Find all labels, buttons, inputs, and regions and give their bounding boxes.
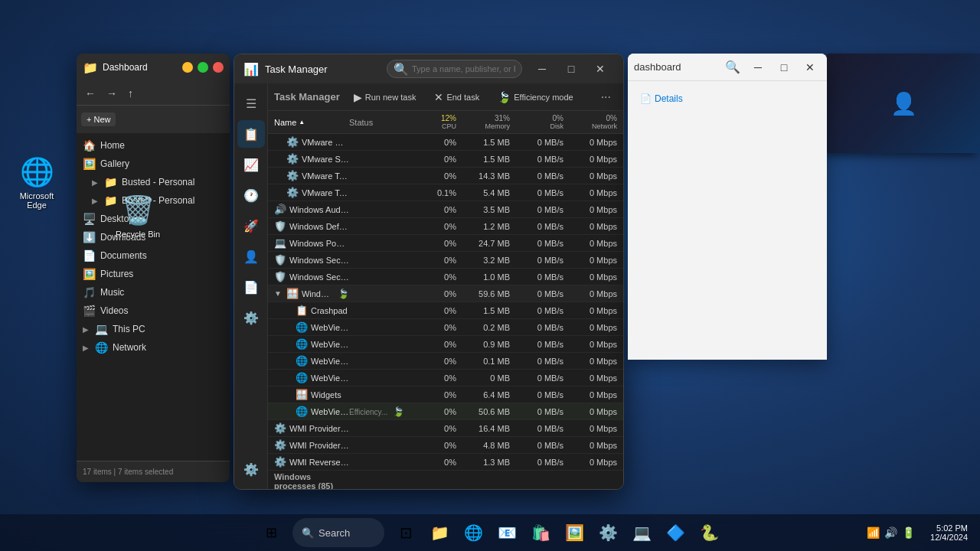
efficiency-mode-button[interactable]: 🍃 Efficiency mode (490, 88, 580, 106)
table-row[interactable]: ⚙️ VMware Tools Core Service 0% 14.3 MB … (268, 168, 623, 184)
sidebar-item-home[interactable]: 🏠 Home (77, 136, 230, 155)
taskbar-search[interactable]: 🔍 Search (292, 518, 384, 547)
recycle-bin-icon[interactable]: 🗑️ Recycle Bin (107, 191, 168, 242)
table-row[interactable]: ⚙️ VMware Guest Authentication... 0% 1.5… (268, 134, 623, 151)
network-value: 0 Mbps (564, 155, 617, 164)
ms-edge-desktop-icon[interactable]: 🌐 Microsoft Edge (6, 153, 67, 213)
table-row[interactable]: ▼ 🪟 Windows Widgets (7) 🍃 0% 59.6 MB 0 M… (268, 285, 623, 302)
sidebar-performance[interactable]: 📈 (237, 151, 265, 178)
table-row[interactable]: 🌐 WebView2 GPU Process 0% 0.2 MB 0 MB/s … (268, 319, 623, 336)
table-row[interactable]: 🌐 WebView2: Widgets Efficiency... 🍃 0% 5… (268, 403, 623, 420)
sidebar-item-gallery[interactable]: 🖼️ Gallery (77, 155, 230, 173)
disk-value: 0 MB/s (510, 138, 564, 147)
dashboard-search-button[interactable]: 🔍 (723, 57, 743, 77)
taskbar-photos[interactable]: 🖼️ (559, 517, 590, 548)
start-button[interactable]: ⊞ (256, 517, 286, 548)
sidebar-history[interactable]: 🕐 (237, 181, 265, 209)
sidebar-startup[interactable]: 🚀 (237, 212, 265, 240)
taskbar-file-explorer[interactable]: 📁 (424, 517, 455, 548)
table-row[interactable]: 🌐 WebView2 Utility: Networ... 0% 0.1 MB … (268, 353, 623, 370)
network-tray-icon[interactable]: 📶 (867, 527, 880, 539)
taskbar-python[interactable]: 🐍 (694, 517, 724, 548)
taskbar-mail[interactable]: 📧 (492, 517, 522, 548)
table-row[interactable]: ⚙️ WMI Provider Host 0% 4.8 MB 0 MB/s 0 … (268, 437, 623, 454)
more-options-button[interactable]: ··· (595, 87, 617, 107)
dashboard-details-item[interactable]: 📄 Details (637, 90, 818, 107)
table-row[interactable]: ⚙️ VMware SVGA Helper Service (... 0% 1.… (268, 151, 623, 168)
table-row[interactable]: 🔊 Windows Audio Device Graph ... 0% 3.5 … (268, 201, 623, 218)
taskbar-edge[interactable]: 🌐 (458, 517, 488, 548)
search-input[interactable] (412, 64, 515, 73)
close-button[interactable]: ✕ (586, 58, 614, 80)
task-manager-search[interactable]: 🔍 (387, 60, 522, 78)
back-button[interactable]: ← (81, 85, 100, 102)
details-button[interactable]: 📄 Details (640, 93, 683, 104)
sidebar-hamburger[interactable]: ☰ (237, 90, 265, 117)
table-row[interactable]: 🛡️ Windows Defender SmartScreen 0% 1.2 M… (268, 218, 623, 235)
new-button[interactable]: + New (81, 112, 116, 126)
minimize-button[interactable]: ─ (528, 58, 556, 80)
end-task-button[interactable]: ✕ End task (426, 88, 487, 106)
table-row[interactable]: ⚙️ WMI Provider Host 0% 16.4 MB 0 MB/s 0… (268, 420, 623, 437)
table-row[interactable]: 🌐 WebView2 Utility: Storage... 0% 0 MB 0… (268, 370, 623, 386)
table-row[interactable]: 🪟 Widgets 0% 6.4 MB 0 MB/s 0 Mbps (268, 386, 623, 403)
dashboard-maximize[interactable]: □ (773, 57, 795, 78)
table-row[interactable]: ⚙️ WMI Reverse Performance Ad... 0% 1.3 … (268, 454, 623, 471)
taskbar-task-view[interactable]: ⊡ (390, 517, 421, 548)
dashboard-minimize[interactable]: ─ (747, 57, 769, 78)
file-explorer-minimize[interactable] (182, 62, 193, 73)
taskbar-terminal[interactable]: 💻 (626, 517, 657, 548)
forward-button[interactable]: → (103, 85, 121, 102)
disk-column-header[interactable]: 0% Disk (510, 114, 564, 130)
memory-column-header[interactable]: 31% Memory (456, 114, 510, 130)
memory-value: 50.6 MB (456, 407, 510, 416)
table-row[interactable]: ⚙️ VMware Tools Core Service 0.1% 5.4 MB… (268, 184, 623, 201)
maximize-button[interactable]: □ (557, 58, 585, 80)
disk-value: 0 MB/s (510, 407, 564, 416)
taskbar-settings[interactable]: ⚙️ (593, 517, 623, 548)
sidebar-settings[interactable]: ⚙️ (237, 455, 265, 483)
table-row[interactable]: 📋 Crashpad 0% 1.5 MB 0 MB/s 0 Mbps (268, 302, 623, 319)
process-name: 💻 Windows PowerShell (274, 237, 349, 249)
disk-value: 0 MB/s (510, 340, 564, 349)
new-icon: + (87, 115, 91, 124)
sidebar-processes[interactable]: 📋 (237, 120, 265, 148)
sidebar-services[interactable]: ⚙️ (237, 304, 265, 331)
up-button[interactable]: ↑ (124, 85, 137, 102)
sidebar-item-pictures[interactable]: 🖼️ Pictures (77, 265, 230, 283)
file-explorer-maximize[interactable] (198, 62, 208, 73)
expand-button[interactable]: ▼ (274, 289, 282, 298)
table-row[interactable]: 💻 Windows PowerShell 0% 24.7 MB 0 MB/s 0… (268, 235, 623, 252)
sidebar-item-this-pc[interactable]: ▶ 💻 This PC (77, 320, 230, 338)
taskbar-clock[interactable]: 5:02 PM 12/4/2024 (924, 523, 974, 542)
taskbar-powershell[interactable]: 🔷 (660, 517, 691, 548)
sidebar-item-videos[interactable]: 🎬 Videos (77, 302, 230, 320)
network-value: 0 Mbps (564, 289, 617, 298)
status-column-header[interactable]: Status (349, 114, 410, 130)
sidebar-item-busted1[interactable]: ▶ 📁 Busted - Personal (77, 173, 230, 191)
file-explorer-close[interactable] (213, 62, 224, 73)
sidebar-details[interactable]: 📄 (237, 273, 265, 301)
table-row[interactable]: 🛡️ Windows Security notification... 0% 1… (268, 269, 623, 285)
network-column-header[interactable]: 0% Network (564, 114, 617, 130)
volume-tray-icon[interactable]: 🔊 (884, 527, 897, 539)
table-row[interactable]: 🌐 WebView2 Manager 0% 0.9 MB 0 MB/s 0 Mb… (268, 336, 623, 353)
network-value: 0 Mbps (564, 424, 617, 433)
sidebar-item-network[interactable]: ▶ 🌐 Network (77, 338, 230, 357)
sidebar-users[interactable]: 👤 (237, 243, 265, 270)
battery-tray-icon[interactable]: 🔋 (902, 527, 915, 539)
taskbar-store[interactable]: 🛍️ (525, 517, 556, 548)
name-column-header[interactable]: Name ▲ (274, 114, 349, 130)
table-row[interactable]: 🛡️ Windows Security Health Servi... 0% 3… (268, 252, 623, 269)
memory-value: 5.4 MB (456, 188, 510, 197)
sidebar-item-music[interactable]: 🎵 Music (77, 283, 230, 302)
dashboard-close[interactable]: ✕ (799, 57, 821, 78)
sidebar-item-documents[interactable]: 📄 Documents (77, 246, 230, 265)
task-manager-app-icon: 📊 (243, 62, 259, 77)
process-icon: ⚙️ (286, 136, 299, 148)
cpu-value: 0% (410, 155, 456, 164)
memory-value: 1.3 MB (456, 458, 510, 467)
cpu-column-header[interactable]: 12% CPU (410, 114, 456, 130)
run-new-task-button[interactable]: ▶ Run new task (346, 88, 424, 106)
memory-value: 1.2 MB (456, 222, 510, 231)
